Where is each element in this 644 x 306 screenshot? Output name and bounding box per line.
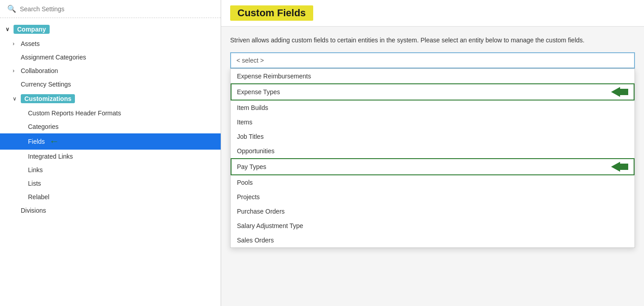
sidebar-item-label: Collaboration [21,67,58,74]
page-title: Custom Fields [230,5,313,21]
dropdown-item-label: Pay Types [237,163,606,170]
dropdown-item-job-titles[interactable]: Job Titles [231,129,635,144]
main-content: Custom Fields Striven allows adding cust… [221,0,644,306]
chevron-down-icon: ∨ [5,26,11,32]
arrow-left-icon [611,162,628,172]
entity-select[interactable]: < select > [230,52,635,69]
sidebar-item-label: Assets [21,40,40,47]
dropdown-item-expense-types[interactable]: Expense Types [231,83,635,100]
nav-tree: ∨ Company › Assets Assignment Categories… [0,18,221,306]
sidebar-item-label: Assignment Categories [21,54,86,61]
dropdown-item-label: Purchase Orders [237,208,628,215]
sidebar-item-company[interactable]: ∨ Company [0,22,221,37]
dropdown-item-label: Expense Types [237,88,606,96]
sidebar-item-label: Divisions [21,207,46,214]
sidebar-item-label: Company [14,25,50,34]
sidebar-item-fields[interactable]: Fields ← [0,133,221,150]
description-text: Striven allows adding custom fields to c… [230,36,618,45]
dropdown-item-label: Pools [237,179,628,186]
sidebar-item-relabel[interactable]: Relabel [0,190,221,204]
sidebar-item-assignment-categories[interactable]: Assignment Categories [0,50,221,64]
dropdown-item-expense-reimbursements[interactable]: Expense Reimbursements [231,69,635,83]
chevron-down-icon: ∨ [13,96,18,102]
chevron-right-icon: › [13,68,18,74]
select-placeholder: < select > [236,57,264,64]
dropdown-item-label: Item Builds [237,104,628,111]
sidebar-item-label: Customizations [21,94,75,103]
dropdown-item-items[interactable]: Items [231,115,635,129]
entity-select-wrapper: < select > Expense Reimbursements Expens… [230,52,635,69]
dropdown-item-label: Items [237,119,628,126]
dropdown-item-salary-adjustment-type[interactable]: Salary Adjustment Type [231,219,635,233]
page-header: Custom Fields [221,0,644,27]
dropdown-list: Expense Reimbursements Expense Types Ite… [230,69,635,248]
content-area: Striven allows adding custom fields to c… [221,27,644,306]
sidebar: 🔍 ∨ Company › Assets Assignment Categori… [0,0,221,306]
sidebar-item-label: Categories [28,123,59,130]
sidebar-item-assets[interactable]: › Assets [0,37,221,50]
arrow-left-icon [611,87,628,97]
dropdown-item-pay-types[interactable]: Pay Types [231,158,635,175]
dropdown-item-label: Job Titles [237,133,628,140]
sidebar-item-collaboration[interactable]: › Collaboration [0,64,221,78]
sidebar-item-label: Lists [28,180,41,187]
dropdown-item-item-builds[interactable]: Item Builds [231,100,635,115]
sidebar-item-label: Custom Reports Header Formats [28,110,121,117]
search-icon: 🔍 [7,5,16,13]
svg-marker-0 [611,87,628,97]
dropdown-item-label: Expense Reimbursements [237,73,628,80]
dropdown-item-opportunities[interactable]: Opportunities [231,144,635,158]
sidebar-item-categories[interactable]: Categories [0,120,221,133]
sidebar-item-label: Fields [28,138,45,145]
arrow-left-icon: ← [49,137,59,146]
dropdown-item-label: Salary Adjustment Type [237,222,628,229]
dropdown-item-purchase-orders[interactable]: Purchase Orders [231,204,635,219]
sidebar-item-divisions[interactable]: Divisions [0,204,221,217]
dropdown-item-projects[interactable]: Projects [231,190,635,204]
sidebar-item-integrated-links[interactable]: Integrated Links [0,150,221,163]
sidebar-item-currency-settings[interactable]: Currency Settings [0,78,221,91]
sidebar-item-lists[interactable]: Lists [0,177,221,190]
sidebar-item-label: Integrated Links [28,153,73,160]
search-bar: 🔍 [0,0,221,18]
dropdown-item-pools[interactable]: Pools [231,175,635,190]
dropdown-item-label: Opportunities [237,147,628,155]
svg-marker-1 [611,162,628,172]
search-input[interactable] [20,5,213,13]
dropdown-item-label: Sales Orders [237,237,628,244]
sidebar-item-label: Links [28,166,43,174]
sidebar-item-label: Currency Settings [21,81,71,88]
dropdown-item-label: Projects [237,193,628,201]
dropdown-item-sales-orders[interactable]: Sales Orders [231,233,635,247]
chevron-right-icon: › [13,41,18,47]
sidebar-item-label: Relabel [28,193,49,201]
sidebar-item-customizations[interactable]: ∨ Customizations [0,91,221,106]
sidebar-item-links[interactable]: Links [0,163,221,177]
sidebar-item-custom-reports[interactable]: Custom Reports Header Formats [0,106,221,120]
